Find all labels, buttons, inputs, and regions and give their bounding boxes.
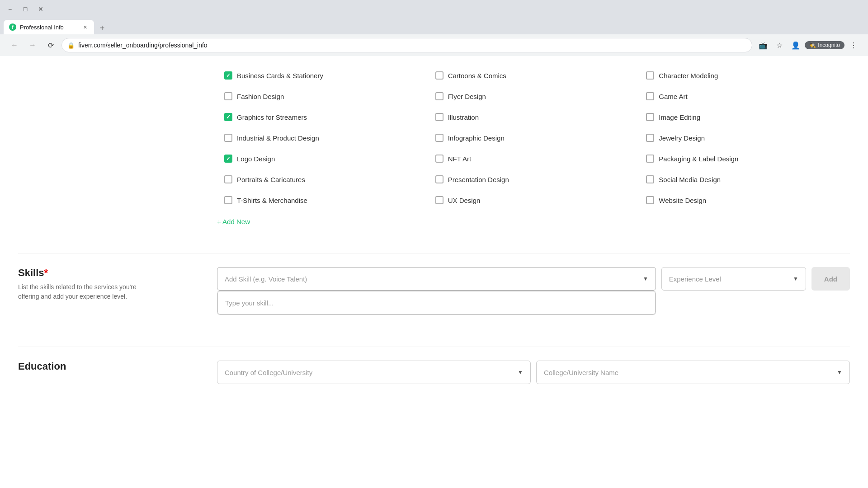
checkbox-label: Website Design <box>659 197 706 204</box>
checkbox-item[interactable]: Illustration <box>428 107 639 127</box>
maximize-button[interactable]: □ <box>19 3 32 15</box>
checkbox-control[interactable] <box>646 71 654 80</box>
active-tab[interactable]: f Professional Info ✕ <box>4 20 94 34</box>
checkbox-label: Graphics for Streamers <box>237 113 307 121</box>
skill-type-input[interactable] <box>217 291 656 314</box>
checkbox-label: Industrial & Product Design <box>237 134 319 142</box>
checkbox-label: Character Modeling <box>659 72 718 80</box>
checkbox-control[interactable] <box>646 92 654 100</box>
checkbox-item[interactable]: Flyer Design <box>428 86 639 107</box>
checkbox-item[interactable]: Presentation Design <box>428 169 639 190</box>
checkbox-item[interactable]: Website Design <box>639 190 850 211</box>
checkbox-item[interactable]: Logo Design <box>217 148 428 169</box>
security-icon: 🔒 <box>67 42 75 49</box>
skills-title: Skills* <box>18 267 217 279</box>
checkbox-label: NFT Art <box>448 155 471 163</box>
checkbox-item[interactable]: Image Editing <box>639 107 850 127</box>
skill-dropdown[interactable]: Add Skill (e.g. Voice Talent) ▼ <box>217 267 656 291</box>
checkbox-control[interactable] <box>646 134 654 142</box>
experience-chevron: ▼ <box>793 276 798 282</box>
country-dropdown-label: Country of College/University <box>225 369 312 376</box>
checkbox-control[interactable] <box>435 113 443 121</box>
education-title: Education <box>18 361 217 372</box>
checkbox-control[interactable] <box>435 155 443 163</box>
checkbox-item[interactable]: Graphics for Streamers <box>217 107 428 127</box>
checkbox-control[interactable] <box>224 92 232 100</box>
checkbox-control[interactable] <box>646 196 654 204</box>
checkbox-item[interactable]: Industrial & Product Design <box>217 127 428 148</box>
college-chevron: ▼ <box>837 369 842 375</box>
checkbox-control[interactable] <box>224 175 232 183</box>
close-button[interactable]: ✕ <box>34 3 47 15</box>
checkbox-item[interactable]: Fashion Design <box>217 86 428 107</box>
checkbox-control[interactable] <box>646 113 654 121</box>
forward-button[interactable]: → <box>25 38 40 52</box>
checkbox-control[interactable] <box>224 134 232 142</box>
college-dropdown[interactable]: College/University Name ▼ <box>536 361 850 384</box>
title-bar: − □ ✕ <box>0 0 868 18</box>
checkbox-control[interactable] <box>646 175 654 183</box>
checkbox-label: Business Cards & Stationery <box>237 72 323 80</box>
minimize-button[interactable]: − <box>4 3 16 15</box>
checkbox-control[interactable] <box>646 155 654 163</box>
checkbox-label: Infographic Design <box>448 134 505 142</box>
checkbox-item[interactable]: Infographic Design <box>428 127 639 148</box>
checkbox-control[interactable] <box>435 134 443 142</box>
checkbox-control[interactable] <box>224 196 232 204</box>
checkbox-control[interactable] <box>435 175 443 183</box>
incognito-icon: 🕵 <box>809 42 816 48</box>
checkbox-control[interactable] <box>435 196 443 204</box>
cast-button[interactable]: 📺 <box>756 38 770 52</box>
checkbox-label: Portraits & Caricatures <box>237 176 305 183</box>
skills-inputs: Add Skill (e.g. Voice Talent) ▼ Experien… <box>217 267 868 296</box>
checkbox-item[interactable]: Character Modeling <box>639 65 850 86</box>
add-new-button[interactable]: + Add New <box>217 218 250 225</box>
address-bar[interactable]: 🔒 fiverr.com/seller_onboarding/professio… <box>61 38 752 52</box>
menu-button[interactable]: ⋮ <box>846 38 861 52</box>
checkbox-control[interactable] <box>224 113 232 121</box>
left-spacer <box>0 65 217 244</box>
window-controls: − □ ✕ <box>4 3 47 15</box>
new-tab-button[interactable]: + <box>96 22 108 34</box>
tab-title: Professional Info <box>20 24 78 31</box>
checkbox-label: Cartoons & Comics <box>448 72 506 80</box>
checkbox-control[interactable] <box>435 71 443 80</box>
checkbox-item[interactable]: Social Media Design <box>639 169 850 190</box>
skills-description: List the skills related to the services … <box>18 282 154 301</box>
profile-button[interactable]: 👤 <box>788 38 803 52</box>
checkbox-item[interactable]: UX Design <box>428 190 639 211</box>
checkbox-item[interactable]: Portraits & Caricatures <box>217 169 428 190</box>
incognito-badge: 🕵 Incognito <box>805 41 844 49</box>
checkbox-item[interactable]: Packaging & Label Design <box>639 148 850 169</box>
add-skill-button[interactable]: Add <box>811 267 850 291</box>
checkbox-item[interactable]: T-Shirts & Merchandise <box>217 190 428 211</box>
checkbox-item[interactable]: Cartoons & Comics <box>428 65 639 86</box>
checkbox-item[interactable]: Game Art <box>639 86 850 107</box>
checkbox-item[interactable]: Jewelry Design <box>639 127 850 148</box>
checkbox-label: Game Art <box>659 93 687 100</box>
reload-button[interactable]: ⟳ <box>43 38 58 52</box>
country-dropdown[interactable]: Country of College/University ▼ <box>217 361 531 384</box>
checkbox-label: Presentation Design <box>448 176 509 183</box>
bookmark-button[interactable]: ☆ <box>772 38 787 52</box>
main-content: Business Cards & StationeryCartoons & Co… <box>0 56 868 488</box>
checkbox-item[interactable]: Business Cards & Stationery <box>217 65 428 86</box>
skills-row: Add Skill (e.g. Voice Talent) ▼ Experien… <box>217 267 850 291</box>
skill-dropdown-wrapper: Add Skill (e.g. Voice Talent) ▼ <box>217 267 656 291</box>
education-section: Education Country of College/University … <box>0 347 868 393</box>
tab-close-button[interactable]: ✕ <box>81 23 89 31</box>
checkbox-control[interactable] <box>435 92 443 100</box>
checkbox-label: Packaging & Label Design <box>659 155 738 163</box>
education-label-area: Education <box>0 361 217 376</box>
nav-bar: ← → ⟳ 🔒 fiverr.com/seller_onboarding/pro… <box>0 34 868 56</box>
checkbox-control[interactable] <box>224 155 232 163</box>
back-button[interactable]: ← <box>7 38 22 52</box>
checkbox-label: Image Editing <box>659 113 700 121</box>
checkbox-label: UX Design <box>448 197 481 204</box>
checkbox-grid: Business Cards & StationeryCartoons & Co… <box>217 65 850 211</box>
checkbox-control[interactable] <box>224 71 232 80</box>
experience-dropdown-label: Experience Level <box>669 275 721 283</box>
checkbox-item[interactable]: NFT Art <box>428 148 639 169</box>
experience-dropdown[interactable]: Experience Level ▼ <box>661 267 806 291</box>
checkbox-grid-area: Business Cards & StationeryCartoons & Co… <box>217 65 868 244</box>
